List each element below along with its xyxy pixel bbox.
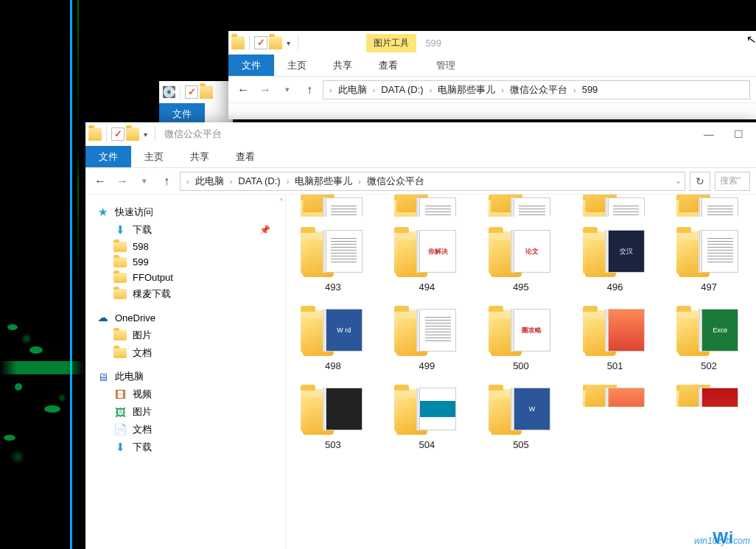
sidebar-item-videos[interactable]: 🎞视频	[85, 385, 285, 403]
folder-item[interactable]: 你解决494	[388, 227, 467, 293]
nav-sidebar[interactable]: ˄ ★ 快速访问 ⬇ 下载 📌 598 599 FFOutput 稞麦下载 ☁O…	[85, 195, 286, 549]
sidebar-item-599[interactable]: 599	[85, 254, 285, 270]
chevron-right-icon[interactable]: ›	[329, 85, 332, 94]
sidebar-item-documents[interactable]: 📄文档	[85, 421, 285, 438]
titlebar[interactable]: ✓ ▾ 微信公众平台 — ☐	[85, 122, 756, 146]
nav-forward-icon[interactable]: →	[256, 81, 274, 99]
nav-history-icon[interactable]: ▾	[136, 172, 153, 190]
nav-forward-icon[interactable]: →	[113, 172, 131, 190]
tab-share[interactable]: 共享	[320, 55, 365, 76]
tab-file[interactable]: 文件	[228, 55, 274, 76]
tab-file[interactable]: 文件	[85, 146, 131, 167]
qat-folder-icon[interactable]	[126, 127, 139, 141]
nav-history-icon[interactable]: ▾	[279, 81, 296, 99]
sidebar-item-documents[interactable]: 文档	[85, 344, 285, 362]
crumb[interactable]: 此电脑	[334, 82, 371, 98]
crumb[interactable]: 此电脑	[191, 173, 228, 189]
explorer-window-599[interactable]: ✓ ▾ 图片工具 599 文件 主页 共享 查看 管理 ← → ▾ ↑ › 此电…	[228, 31, 756, 119]
tab-manage[interactable]: 管理	[423, 55, 469, 76]
crumb[interactable]: 电脑那些事儿	[290, 173, 357, 189]
folder-item[interactable]: 493	[293, 227, 373, 293]
folder-item[interactable]: 圈攻略500	[481, 306, 561, 371]
chevron-right-icon[interactable]: ›	[287, 177, 290, 186]
sidebar-item-pictures[interactable]: 🖼图片	[85, 403, 285, 421]
chevron-right-icon[interactable]: ›	[358, 177, 361, 186]
nav-up-icon[interactable]: ↑	[158, 172, 175, 190]
qat-checkbox-icon[interactable]: ✓	[254, 36, 267, 49]
folder-item[interactable]: 503	[293, 385, 373, 450]
tab-view[interactable]: 查看	[223, 146, 268, 167]
nav-back-icon[interactable]: ←	[91, 172, 109, 190]
folder-label: 500	[513, 360, 529, 371]
chevron-right-icon[interactable]: ›	[430, 85, 433, 94]
folder-item[interactable]: 490	[481, 195, 561, 217]
folder-item[interactable]: 501	[575, 306, 655, 371]
crumb[interactable]: DATA (D:)	[234, 174, 284, 188]
chevron-right-icon[interactable]: ›	[573, 85, 576, 94]
label: 599	[133, 256, 149, 267]
folder-item[interactable]: 492	[669, 195, 749, 217]
tab-file[interactable]: 文件	[159, 103, 205, 125]
crumb[interactable]: 微信公众平台	[363, 173, 429, 189]
sidebar-item-downloads[interactable]: ⬇ 下载 📌	[85, 221, 285, 239]
address-bar[interactable]: › 此电脑 › DATA (D:) › 电脑那些事儿 › 微信公众平台 › 59…	[323, 80, 750, 99]
folder-item[interactable]: 504	[388, 385, 467, 450]
folder-item[interactable]: 交汉496	[575, 227, 655, 293]
sidebar-item-ffoutput[interactable]: FFOutput	[85, 270, 285, 285]
folder-item[interactable]: 499	[388, 306, 467, 371]
label: 快速访问	[115, 206, 153, 219]
nav-back-icon[interactable]: ←	[234, 81, 252, 99]
folder-item[interactable]	[575, 385, 655, 450]
qat-folder-icon[interactable]	[269, 36, 282, 49]
scroll-up-icon[interactable]: ˄	[279, 197, 284, 207]
qat-dropdown-icon[interactable]: ▾	[141, 130, 150, 139]
explorer-window-wechat[interactable]: ✓ ▾ 微信公众平台 — ☐ 文件 主页 共享 查看 ← → ▾ ↑ › 此电脑…	[85, 122, 756, 549]
folder-item[interactable]: 488	[293, 195, 373, 217]
sidebar-onedrive[interactable]: ☁OneDrive	[85, 309, 285, 326]
folder-item[interactable]: 497	[669, 227, 749, 293]
sidebar-item-598[interactable]: 598	[85, 239, 285, 254]
sidebar-item-pictures[interactable]: 图片	[85, 326, 285, 344]
search-input[interactable]: 搜索"	[715, 172, 750, 191]
nav-up-icon[interactable]: ↑	[301, 81, 318, 99]
tab-view[interactable]: 查看	[365, 55, 411, 76]
tab-share[interactable]: 共享	[177, 146, 223, 167]
folder-item[interactable]: W505	[481, 385, 561, 450]
label: 文档	[133, 423, 152, 436]
maximize-button[interactable]: ☐	[724, 124, 753, 144]
sidebar-quick-access[interactable]: ★ 快速访问	[85, 203, 285, 221]
folder-icon	[88, 127, 102, 141]
crumb[interactable]: 微信公众平台	[505, 82, 572, 98]
folder-content[interactable]: 488489490491492 493你解决494论文495交汉496497W …	[286, 195, 756, 549]
folder-item[interactable]: 论文495	[481, 227, 561, 293]
chevron-right-icon[interactable]: ›	[230, 177, 233, 186]
titlebar[interactable]: ✓ ▾ 图片工具 599	[228, 31, 756, 55]
folder-item[interactable]: 491	[575, 195, 655, 217]
qat-checkbox-icon[interactable]: ✓	[111, 127, 125, 141]
video-icon: 🎞	[113, 388, 127, 401]
pin-icon: 📌	[259, 225, 278, 235]
chevron-right-icon[interactable]: ›	[186, 177, 189, 186]
tab-home[interactable]: 主页	[274, 55, 320, 76]
chevron-down-icon[interactable]: ⌄	[675, 176, 682, 186]
titlebar[interactable]: 💽 ✓	[159, 81, 233, 103]
chevron-right-icon[interactable]: ›	[501, 85, 504, 94]
address-bar[interactable]: › 此电脑 › DATA (D:) › 电脑那些事儿 › 微信公众平台 ⌄	[180, 172, 685, 191]
folder-item[interactable]: Exce502	[669, 306, 749, 371]
folder-item[interactable]: W rd498	[293, 306, 373, 371]
tab-home[interactable]: 主页	[131, 146, 177, 167]
crumb[interactable]: DATA (D:)	[377, 83, 427, 97]
folder-item[interactable]	[669, 385, 749, 450]
folder-item[interactable]: 489	[388, 195, 467, 217]
sidebar-item-kemai[interactable]: 稞麦下载	[85, 285, 285, 303]
sidebar-this-pc[interactable]: 🖥此电脑	[85, 368, 285, 385]
sidebar-item-downloads[interactable]: ⬇下载	[85, 438, 285, 456]
explorer-window-middle[interactable]: 💽 ✓ 文件	[159, 81, 233, 125]
chevron-right-icon[interactable]: ›	[373, 85, 376, 94]
qat-dropdown-icon[interactable]: ▾	[284, 39, 293, 47]
minimize-button[interactable]: —	[694, 124, 724, 144]
crumb[interactable]: 电脑那些事儿	[433, 82, 500, 98]
crumb[interactable]: 599	[578, 83, 603, 97]
refresh-button[interactable]: ↻	[690, 172, 710, 191]
qat-checkbox-icon[interactable]: ✓	[185, 85, 198, 99]
